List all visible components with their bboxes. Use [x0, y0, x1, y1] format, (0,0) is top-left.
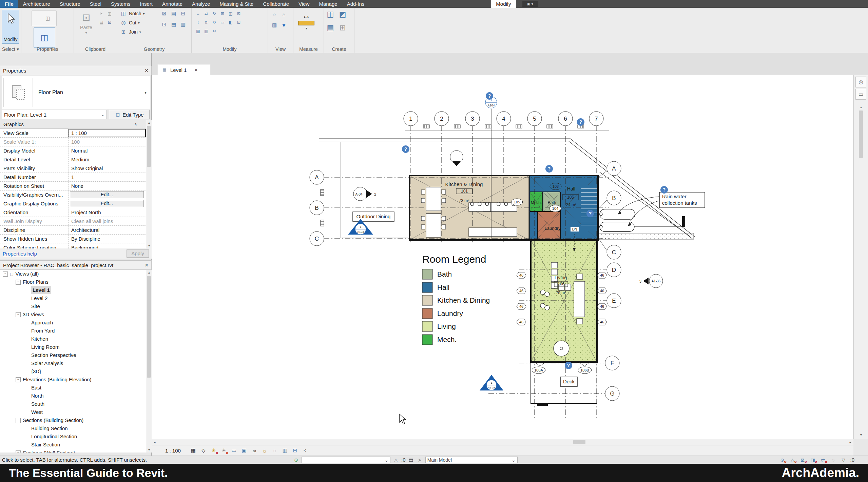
prop-value[interactable]: None — [69, 182, 146, 190]
prop-value[interactable]: Medium — [69, 155, 146, 164]
drag-elements-toggle-icon[interactable]: ⇄✕ — [819, 457, 826, 463]
horizontal-scrollbar[interactable]: ◂ ▸ — [152, 439, 853, 445]
reveal-hidden-elements-icon[interactable]: ☼ — [261, 447, 268, 454]
tab-modify-contextual[interactable]: Modify — [491, 0, 516, 8]
extend-icon[interactable]: ⊞ — [219, 11, 226, 17]
prop-value[interactable]: Architectural — [69, 226, 146, 234]
scale-control[interactable]: 1 : 100 — [165, 448, 181, 454]
collapse-node-icon[interactable]: − — [16, 377, 21, 382]
menu-collaborate[interactable]: Collaborate — [258, 0, 294, 8]
door-tag-103[interactable]: 103 — [553, 184, 559, 188]
edit-type-button[interactable]: ◫ Edit Type — [109, 110, 150, 119]
prop-value[interactable]: Project North — [69, 208, 146, 217]
create-parts-icon[interactable]: ▤ — [327, 24, 334, 32]
tree-building-section[interactable]: Building Section — [0, 424, 146, 433]
detail-level-icon[interactable]: ▦ — [190, 447, 197, 454]
grid-bubbles-top[interactable]: 1 2 3 4 5 6 7 — [404, 112, 603, 126]
project-browser-header[interactable]: Project Browser - RAC_basic_sample_proje… — [0, 260, 152, 270]
menu-steel[interactable]: Steel — [85, 0, 106, 8]
tree-stair-section[interactable]: Stair Section — [0, 441, 146, 449]
mech-label[interactable]: Mech. — [531, 200, 542, 205]
scroll-right-icon[interactable]: ▸ — [847, 439, 853, 445]
outdoor-dining-label[interactable]: Outdoor Dining — [356, 214, 391, 219]
room-tag-105[interactable]: 105 — [567, 195, 574, 200]
tree-west[interactable]: West — [0, 408, 146, 416]
browser-scrollbar[interactable]: ▴ ▾ — [146, 270, 152, 453]
temporary-view-properties-icon[interactable]: ◌ — [271, 447, 278, 454]
edit-button[interactable]: Edit... — [70, 191, 144, 198]
reveal-constraints-icon[interactable]: ⊟ — [291, 447, 299, 454]
collapse-node-icon[interactable]: − — [16, 280, 21, 285]
scrollbar-thumb[interactable] — [573, 440, 585, 444]
menu-insert[interactable]: Insert — [135, 0, 157, 8]
editable-only-icon[interactable]: △ — [392, 457, 399, 463]
menu-manage[interactable]: Manage — [314, 0, 342, 8]
join-geometry-button[interactable]: ⊞ Join▾ — [120, 28, 145, 36]
room-tag-106[interactable]: 106 — [558, 282, 564, 286]
array-icon[interactable]: ▭ — [219, 19, 226, 25]
menu-view[interactable]: View — [294, 0, 314, 8]
elevation-marker-a135[interactable]: 3 A1-35 — [639, 274, 663, 288]
go-arrow-icon[interactable]: ➤ — [417, 457, 423, 463]
view-tab-level-1[interactable]: ▦ Level 1 ✕ — [158, 64, 210, 75]
properties-help-link[interactable]: Properties help — [3, 251, 37, 257]
apply-coping-icon[interactable]: ⊠ — [160, 10, 168, 17]
living-label[interactable]: Living — [555, 275, 567, 280]
tree-section-perspective[interactable]: Section Perspective — [0, 351, 146, 359]
prop-value[interactable]: Background — [69, 243, 146, 248]
copy-to-clipboard-icon[interactable]: ◫ — [107, 11, 113, 17]
collapse-node-icon[interactable]: − — [3, 272, 8, 277]
design-options-combo[interactable]: Main Model⌄ — [425, 457, 518, 463]
menu-systems[interactable]: Systems — [106, 0, 135, 8]
rain-water-label[interactable]: Rain water collection tanks — [659, 192, 705, 208]
apply-button[interactable]: Apply — [127, 249, 149, 258]
grid-bubbles-left[interactable]: A B C — [310, 170, 324, 246]
pin-icon[interactable]: ⊡ — [236, 19, 242, 25]
beam-splice-icon[interactable]: ▤ — [170, 10, 177, 17]
type-selector[interactable]: Floor Plan ▾ — [2, 76, 150, 109]
exclude-options-icon[interactable]: ⊙✕ — [779, 457, 786, 463]
tree-3d[interactable]: {3D} — [0, 367, 146, 376]
deck-label[interactable]: Deck — [563, 379, 575, 384]
cascade-icon[interactable]: ▼ — [280, 21, 288, 29]
door-tag-105[interactable]: 105 — [514, 200, 520, 204]
wall-joins-icon[interactable]: ⊟ — [179, 10, 187, 17]
selection-set-icon[interactable]: ◌ — [830, 457, 836, 463]
modify-tool-button[interactable]: Modify — [2, 10, 19, 44]
notch-button[interactable]: ◫ Notch▾ — [120, 10, 145, 17]
ruler-icon[interactable] — [298, 21, 314, 25]
prop-value[interactable]: Normal — [69, 146, 146, 155]
tree-sections-wall[interactable]: +Sections (Wall Section) — [0, 449, 146, 453]
measure-arrow-icon[interactable]: ↔ — [299, 11, 314, 21]
grid-bubbles-right[interactable]: A B C D E F G — [605, 161, 621, 401]
tree-approach[interactable]: Approach — [0, 319, 146, 327]
collapse-node-icon[interactable]: − — [16, 418, 21, 423]
prop-value[interactable]: By Discipline — [69, 235, 146, 243]
create-similar-icon[interactable]: ⊞ — [339, 24, 346, 32]
drawing-canvas[interactable]: Rain water collection tanks 1 2 3 4 5 6 … — [152, 75, 853, 439]
tree-east[interactable]: East — [0, 384, 146, 392]
tree-elevations[interactable]: −Elevations (Building Elevation) — [0, 376, 146, 384]
panel-label-select[interactable]: Select ▾ — [0, 46, 21, 52]
steering-wheel-icon[interactable]: ◎ — [855, 77, 866, 87]
worksets-combo[interactable]: ⌄ — [302, 457, 390, 463]
elevation-marker-a04[interactable]: A-04 2 — [353, 187, 376, 201]
menu-file[interactable]: File — [0, 0, 18, 8]
sun-path-icon[interactable]: ☀✕ — [210, 447, 217, 454]
create-group-icon[interactable]: ◫ — [327, 11, 334, 18]
select-pinned-toggle-icon[interactable]: ⊠✕ — [799, 457, 806, 463]
paint-icon[interactable]: ▥ — [179, 21, 187, 28]
tree-south[interactable]: South — [0, 400, 146, 408]
shadows-icon[interactable]: ☀✕ — [220, 447, 228, 454]
delete-icon[interactable]: ▥ — [203, 28, 209, 34]
tree-views-all[interactable]: −▢Views (all) — [0, 270, 146, 278]
scrollbar-thumb[interactable] — [859, 111, 863, 158]
create-assembly-icon[interactable]: ◩ — [339, 11, 346, 18]
measure-between-icon[interactable]: ✂ — [211, 28, 217, 34]
scroll-up-icon[interactable]: ▴ — [858, 104, 864, 110]
copy-icon[interactable]: ⇅ — [203, 19, 209, 25]
floor-plan-view[interactable]: Rain water collection tanks 1 2 3 4 5 6 … — [152, 75, 853, 439]
mirror-icon[interactable]: ↻ — [211, 11, 217, 17]
tree-level-2[interactable]: Level 2 — [0, 294, 146, 302]
scroll-down-icon[interactable]: ▾ — [858, 432, 864, 438]
